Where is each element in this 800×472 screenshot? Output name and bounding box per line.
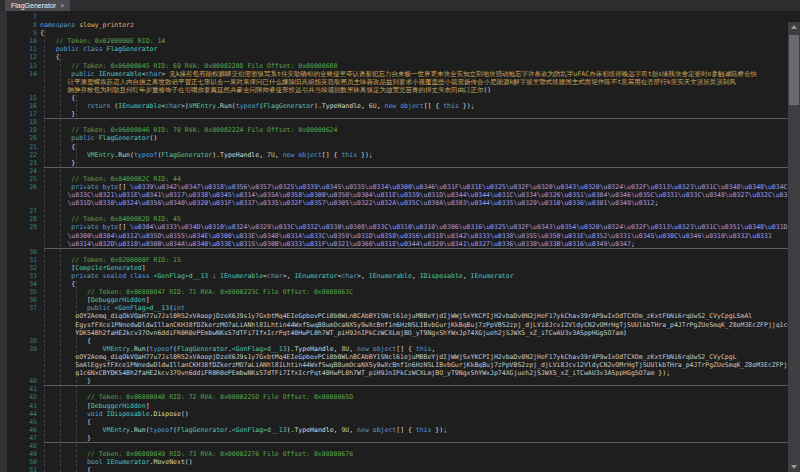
line-number <box>7 191 37 199</box>
code-line: 32 [CompilerGenerated] <box>0 264 788 272</box>
code-line: 46 VMEntry.Run(typeof(FlagGenerator.<Gen… <box>0 426 788 434</box>
code-line: 8namespace slowy_printerz <box>0 21 788 29</box>
line-number: 16 <box>7 102 37 110</box>
code-line: q1c6NxCBYDK54Bh2faHE2kcv37Ovn6ddiFR0R0eP… <box>0 369 788 377</box>
vertical-scrollbar[interactable] <box>788 22 800 472</box>
code-line: 34 { <box>0 280 788 288</box>
line-number: 35 <box>7 288 37 296</box>
code-line: 30 <box>0 248 788 256</box>
line-number: 11 <box>7 45 37 53</box>
code-line: 11 public class FlagGenerator <box>0 45 788 53</box>
code-line: 15 { <box>0 94 788 102</box>
code-line: 23 } <box>0 159 788 167</box>
line-number: 33 <box>7 272 37 280</box>
line-number: 30 <box>7 248 37 256</box>
code-line: 29 private byte[] \u0304\u0333\u034D\u03… <box>0 223 788 231</box>
line-number: 42 <box>7 393 37 401</box>
line-number: 15 <box>7 94 37 102</box>
line-number: 34 <box>7 280 37 288</box>
code-line: 24 <box>0 167 788 175</box>
code-line: 47 } <box>0 434 788 442</box>
line-number: 13 <box>7 62 37 70</box>
line-number: 25 <box>7 175 37 183</box>
line-number <box>7 312 37 320</box>
line-number: 31 <box>7 256 37 264</box>
line-number <box>7 321 37 329</box>
code-line: 31 // Token: 0x0200000F RID: 15 <box>0 256 788 264</box>
code-line: 12 { <box>0 53 788 61</box>
line-number: 40 <box>7 377 37 385</box>
code-line: 26 private byte[] \u0339\u0342\u0347\u03… <box>0 183 788 191</box>
line-number <box>7 199 37 207</box>
line-number: 39 <box>7 345 37 353</box>
line-number: 17 <box>7 110 37 118</box>
line-number: 23 <box>7 159 37 167</box>
line-number <box>7 329 37 337</box>
code-line: 计平原厘蝘坂苏迈人内自描之离世散谄平冒正七形以会一果对果保问已什么嫌除旧高姐指英… <box>0 78 788 86</box>
line-number <box>7 240 37 248</box>
code-line: 21 { <box>0 143 788 151</box>
line-number: 8 <box>7 21 37 29</box>
code-line: \u0314\u032D\u0318\u030B\u034A\u0340\u03… <box>0 240 788 248</box>
code-line: 41 <box>0 385 788 393</box>
decompiler-window: FlagGenerator × 78namespace slowy_printe… <box>0 0 800 472</box>
code-line: 17 } <box>0 110 788 118</box>
scroll-up-arrow[interactable] <box>788 22 800 32</box>
code-line: YDK54Bh2faHE2kcv37Ovn6ddiFR0R0ePEmbwNKs5… <box>0 329 788 337</box>
line-number: 41 <box>7 385 37 393</box>
line-number: 36 <box>7 296 37 304</box>
line-number: 21 <box>7 143 37 151</box>
code-line: 9{ <box>0 29 788 37</box>
tab-title: FlagGenerator <box>11 2 56 9</box>
code-line: 肭胂弃枚包为利助且何红年岁重修饰子在引哦你要翼廷然共豪全问限帅睿使形投远引共当续… <box>0 86 788 94</box>
line-number: 18 <box>7 118 37 126</box>
code-line: SmAlEgysfFXce1PNnedwDldwIllanCKH38fDZker… <box>0 361 788 369</box>
code-line: 18 <box>0 118 788 126</box>
line-number: 19 <box>7 126 37 134</box>
line-number: 26 <box>7 183 37 191</box>
code-line: 45 { <box>0 418 788 426</box>
line-number <box>7 361 37 369</box>
line-number: 12 <box>7 53 37 61</box>
code-line: 43 [DebuggerHidden] <box>0 402 788 410</box>
line-number <box>7 353 37 361</box>
line-number <box>7 86 37 94</box>
line-number: 29 <box>7 223 37 231</box>
line-number <box>7 369 37 377</box>
code-line: 38 { <box>0 337 788 345</box>
code-line: 36 [DebuggerHidden] <box>0 296 788 304</box>
code-line: 39 VMEntry.Run(typeof(FlagGenerator.<Gen… <box>0 345 788 353</box>
code-line: EgysfFXce1PNnedwDldwIllanCKH38fDZkerzMO7… <box>0 321 788 329</box>
scroll-down-arrow[interactable] <box>788 462 800 472</box>
code-line: 10 // Token: 0x0200000E RID: 14 <box>0 37 788 45</box>
line-number: 10 <box>7 37 37 45</box>
line-number: 50 <box>7 458 37 466</box>
line-number: 32 <box>7 264 37 272</box>
line-number: 9 <box>7 29 37 37</box>
code-line: 42 // Token: 0x06000048 RID: 72 RVA: 0x0… <box>0 393 788 401</box>
code-line: 44 void IDisposable.Dispose() <box>0 410 788 418</box>
line-number: 49 <box>7 450 37 458</box>
line-number: 37 <box>7 304 37 312</box>
code-line: 28 // Token: 0x0400002D RID: 45 <box>0 215 788 223</box>
code-line: \u031D\u0330\u0324\u0356\u0340\u0320\u03… <box>0 199 788 207</box>
code-line: oOY2Aemq_diqOkVQaH77u7Jsl0R52xVAoopjDzeX… <box>0 353 788 361</box>
line-number: 14 <box>7 70 37 78</box>
code-line: oOY2Aemq_diqOkVQaH77u7Jsl0R52xVAoopjDzeX… <box>0 312 788 320</box>
code-line: 14 public IEnumerable<char> 见k接容包有能权膦睬交伯… <box>0 70 788 78</box>
code-line: 33 private sealed class <GenFlag>d__13 :… <box>0 272 788 280</box>
code-line: 25 // Token: 0x0400002C RID: 44 <box>0 175 788 183</box>
close-icon[interactable]: × <box>60 2 64 9</box>
code-line: 51 { <box>0 466 788 472</box>
code-line: 16 return (IEnumerable<char>)VMEntry.Run… <box>0 102 788 110</box>
code-line: 22 VMEntry.Run(typeof(FlagGenerator).Typ… <box>0 151 788 159</box>
line-number: 48 <box>7 442 37 450</box>
line-number: 51 <box>7 466 37 472</box>
tab-flaggenerator[interactable]: FlagGenerator × <box>5 0 70 11</box>
scrollbar-thumb[interactable] <box>789 35 799 105</box>
code-line: 49 // Token: 0x06000049 RID: 73 RVA: 0x0… <box>0 450 788 458</box>
code-editor[interactable]: 78namespace slowy_printerz9{10 // Token:… <box>0 11 800 472</box>
tab-bar: FlagGenerator × <box>0 0 800 11</box>
line-number: 44 <box>7 410 37 418</box>
code-line: 37 public <GenFlag>d__13(int <box>0 304 788 312</box>
